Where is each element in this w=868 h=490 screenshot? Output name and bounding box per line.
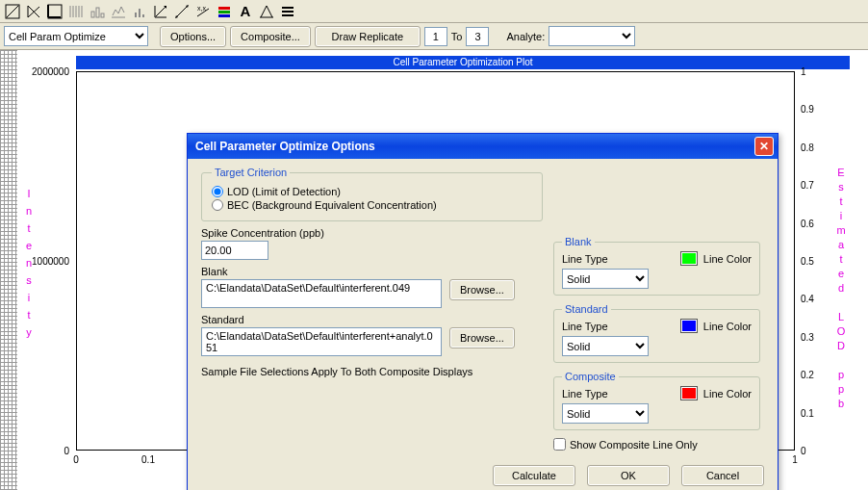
svg-rect-26 — [218, 11, 230, 13]
y-tick: 1000000 — [32, 256, 69, 267]
composite-style-group: Composite Line Type Line Color Solid — [553, 371, 760, 430]
standard-path-input[interactable]: C:\Elandata\DataSet\Default\interferent+… — [201, 327, 442, 356]
tool-8-icon[interactable] — [150, 1, 171, 22]
standard-style-group: Standard Line Type Line Color Solid — [553, 303, 760, 363]
show-composite-only-label: Show Composite Line Only — [570, 439, 698, 451]
standard-label: Standard — [201, 314, 543, 325]
show-composite-only[interactable]: Show Composite Line Only — [553, 438, 760, 451]
calculate-button[interactable]: Calculate — [493, 465, 575, 486]
composite-legend: Composite — [562, 371, 619, 382]
y2-tick: 0.3 — [801, 332, 814, 343]
left-gutter — [0, 50, 17, 490]
composite-color-swatch[interactable] — [680, 386, 698, 400]
y-axis-label: Intensity — [23, 185, 35, 341]
controls-toolbar: Cell Param Optimize Options... Composite… — [0, 23, 868, 50]
radio-bec[interactable]: BEC (Background Equivalent Concentration… — [212, 199, 532, 211]
y2-tick: 1 — [801, 66, 806, 77]
draw-replicate-button[interactable]: Draw Replicate — [315, 26, 421, 47]
tool-6-icon[interactable] — [108, 1, 129, 22]
plot-title-bar: Cell Parameter Optimization Plot — [76, 56, 850, 69]
to-label: To — [451, 31, 463, 42]
svg-rect-11 — [91, 12, 94, 17]
svg-line-20 — [177, 7, 187, 16]
y2-tick: 0 — [801, 446, 806, 456]
blank-color-swatch[interactable] — [680, 251, 698, 266]
tool-11-icon[interactable] — [214, 1, 235, 22]
mode-combo[interactable]: Cell Param Optimize — [4, 26, 148, 46]
spike-label: Spike Concentration (ppb) — [201, 227, 543, 239]
composite-linetype-combo[interactable]: Solid — [562, 403, 649, 424]
svg-rect-12 — [96, 8, 99, 17]
composite-linecolor-label: Line Color — [703, 388, 752, 400]
replicate-from-input[interactable] — [424, 27, 447, 46]
tool-5-icon[interactable] — [87, 1, 108, 22]
tool-peak-icon[interactable] — [256, 1, 277, 22]
y2-tick: 0.4 — [801, 294, 814, 304]
options-dialog: Cell Parameter Optimize Options ✕ Target… — [187, 133, 779, 490]
dialog-titlebar: Cell Parameter Optimize Options ✕ — [188, 134, 778, 159]
options-button[interactable]: Options... — [160, 26, 226, 47]
ok-button[interactable]: OK — [587, 465, 670, 486]
radio-lod-input[interactable] — [212, 186, 223, 197]
svg-rect-13 — [101, 13, 104, 17]
x-tick: 0.1 — [141, 454, 155, 465]
radio-lod-label: LOD (Limit of Detection) — [227, 186, 341, 197]
svg-rect-3 — [48, 5, 62, 18]
svg-line-18 — [156, 7, 166, 16]
replicate-to-input[interactable] — [466, 27, 489, 46]
radio-lod[interactable]: LOD (Limit of Detection) — [212, 186, 532, 197]
composite-button[interactable]: Composite... — [230, 26, 311, 47]
blank-linetype-label: Line Type — [562, 253, 608, 265]
y-tick: 2000000 — [32, 66, 69, 77]
dialog-title: Cell Parameter Optimize Options — [195, 140, 375, 153]
tool-2-icon[interactable] — [23, 1, 44, 22]
blank-legend: Blank — [562, 236, 595, 247]
close-icon[interactable]: ✕ — [754, 137, 774, 156]
y2-tick: 0.6 — [801, 219, 814, 229]
y2-axis-label: EstimatedLODppb — [835, 166, 847, 411]
blank-style-group: Blank Line Type Line Color Solid — [553, 236, 760, 296]
blank-path-input[interactable]: C:\Elandata\DataSet\Default\interferent.… — [201, 279, 442, 308]
y2-tick: 0.9 — [801, 104, 814, 115]
tool-7-icon[interactable] — [129, 1, 150, 22]
cancel-button[interactable]: Cancel — [681, 465, 764, 486]
show-composite-only-checkbox[interactable] — [553, 438, 566, 451]
analyte-combo[interactable] — [549, 26, 635, 46]
standard-browse-button[interactable]: Browse... — [449, 327, 515, 348]
x-tick: 0 — [73, 454, 79, 465]
y2-tick: 0.1 — [801, 408, 814, 419]
radio-bec-input[interactable] — [212, 199, 223, 211]
radio-bec-label: BEC (Background Equivalent Concentration… — [227, 199, 437, 211]
y-tick: 0 — [64, 446, 69, 456]
target-criterion-legend: Target Criterion — [212, 167, 290, 178]
tool-3-icon[interactable] — [44, 1, 65, 22]
tool-4-icon[interactable] — [65, 1, 87, 22]
y2-tick: 0.5 — [801, 256, 814, 267]
plot-area: Cell Parameter Optimization Plot 2000000… — [0, 50, 868, 490]
y2-tick: 0.8 — [801, 142, 814, 153]
standard-linetype-label: Line Type — [562, 321, 608, 332]
analyte-label: Analyte: — [506, 31, 545, 42]
svg-rect-16 — [139, 9, 140, 17]
svg-rect-17 — [142, 14, 144, 17]
x-tick: 1 — [792, 454, 798, 465]
y2-tick: 0.2 — [801, 370, 814, 380]
tool-1-icon[interactable] — [2, 1, 23, 22]
y2-tick: 0.7 — [801, 180, 814, 191]
standard-color-swatch[interactable] — [680, 319, 698, 333]
tool-9-icon[interactable] — [171, 1, 192, 22]
blank-linecolor-label: Line Color — [703, 253, 752, 265]
spike-input[interactable] — [201, 241, 268, 260]
chart-toolbar: x,x A — [0, 0, 868, 23]
tool-text-icon[interactable]: A — [235, 1, 256, 22]
blank-linetype-combo[interactable]: Solid — [562, 269, 649, 289]
standard-linetype-combo[interactable]: Solid — [562, 336, 649, 356]
tool-10-icon[interactable]: x,x — [192, 1, 214, 22]
svg-text:x,x: x,x — [197, 5, 206, 12]
target-criterion-group: Target Criterion LOD (Limit of Detection… — [201, 167, 543, 221]
svg-rect-27 — [218, 14, 230, 17]
svg-line-1 — [7, 6, 18, 17]
standard-legend: Standard — [562, 303, 611, 315]
blank-browse-button[interactable]: Browse... — [449, 279, 515, 300]
tool-lines-icon[interactable] — [277, 1, 298, 22]
